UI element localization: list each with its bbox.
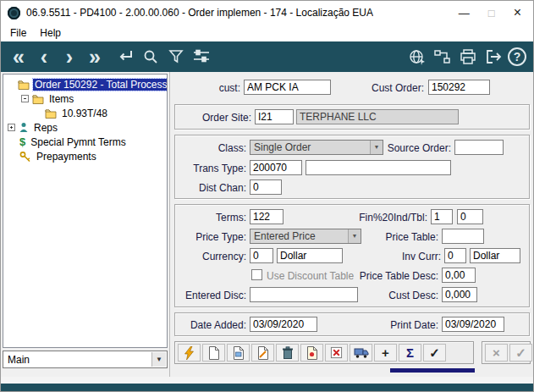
inv-curr-label: Inv Curr:: [356, 249, 441, 264]
folder-icon: [32, 94, 44, 104]
currency-name-field[interactable]: [277, 248, 343, 263]
terms-group: Terms: Fin%20Ind/Tbl: Price Type: Entere…: [174, 204, 530, 307]
cust-order-field[interactable]: [428, 80, 490, 95]
price-type-label: Price Type:: [175, 229, 246, 245]
exit-icon[interactable]: [482, 44, 504, 69]
tree-item-items[interactable]: Items: [3, 91, 167, 106]
source-order-field[interactable]: [454, 140, 504, 155]
filter-icon[interactable]: [165, 44, 187, 69]
panel-selector-dropdown[interactable]: Main ▼: [3, 351, 168, 368]
trash-icon: [282, 346, 294, 360]
collapse-icon[interactable]: [21, 95, 29, 102]
cust-desc-field[interactable]: [442, 287, 477, 302]
order-site-name-field: [296, 109, 459, 124]
inv-curr-code-field[interactable]: [444, 248, 466, 263]
price-table-desc-field[interactable]: [442, 268, 476, 283]
tree-item-order-line[interactable]: 10.93T/48: [3, 106, 167, 120]
entered-disc-field[interactable]: [250, 287, 358, 302]
tree-item-reps[interactable]: Reps: [3, 120, 167, 135]
use-discount-table-label: Use Discount Table: [267, 268, 368, 284]
trans-type-field[interactable]: [250, 160, 302, 175]
fin-tbl-field[interactable]: [457, 209, 483, 224]
connection-icon[interactable]: [432, 44, 454, 69]
price-table-desc-label: Price Table Desc:: [354, 268, 438, 284]
last-icon[interactable]: »: [84, 44, 106, 69]
price-type-select[interactable]: Entered Price ▼: [250, 229, 361, 244]
picture-document-icon: [232, 346, 245, 360]
price-table-label: Price Table:: [354, 229, 438, 245]
menu-bar: File Help: [1, 25, 533, 41]
edit-document-button[interactable]: [251, 344, 274, 362]
folder-icon: [45, 108, 57, 119]
window-controls: — □ ×: [459, 6, 526, 19]
date-added-field[interactable]: [250, 317, 317, 332]
trans-type-desc-field[interactable]: [306, 160, 451, 175]
terms-field[interactable]: [250, 209, 284, 224]
execute-button[interactable]: [178, 344, 201, 362]
print-icon[interactable]: [457, 44, 479, 69]
close-box-icon: [330, 346, 343, 359]
search-icon[interactable]: [140, 44, 162, 69]
price-table-field[interactable]: [442, 229, 484, 244]
enter-icon[interactable]: [114, 44, 136, 69]
ship-button[interactable]: [350, 344, 372, 362]
cust-field[interactable]: [244, 80, 331, 95]
delete-button[interactable]: [276, 344, 299, 362]
tree-item-label: Reps: [32, 122, 59, 134]
cust-desc-label: Cust Desc:: [354, 288, 438, 303]
new-document-button[interactable]: [202, 344, 225, 362]
confirm-button[interactable]: ✓: [423, 344, 446, 362]
alert-document-icon: [306, 346, 318, 360]
inv-curr-name-field[interactable]: [470, 248, 520, 263]
menu-file[interactable]: File: [3, 25, 33, 41]
order-form: cust: Cust Order: Order Site: Class: Sin…: [170, 72, 533, 377]
chevron-down-icon[interactable]: ▼: [151, 352, 166, 367]
tree-item-order[interactable]: Order 150292 - Total Process: [3, 77, 167, 91]
fin-ind-field[interactable]: [431, 209, 453, 224]
add-button[interactable]: +: [374, 344, 397, 362]
bottom-gap: [1, 377, 533, 384]
check-icon: ✓: [429, 345, 440, 361]
dates-group: Date Added: Print Date:: [174, 312, 530, 336]
print-date-label: Print Date:: [354, 317, 438, 333]
main-content: Order 150292 - Total Process Items 10.93…: [1, 72, 533, 377]
picture-document-button[interactable]: [227, 344, 250, 362]
cancel-button: ×: [485, 344, 508, 362]
next-icon[interactable]: ›: [58, 44, 80, 69]
edit-document-icon: [256, 346, 269, 360]
currency-code-field[interactable]: [250, 248, 273, 263]
menu-help[interactable]: Help: [33, 25, 68, 41]
help-question-glyph: ?: [514, 51, 521, 63]
previous-icon[interactable]: ‹: [33, 44, 55, 69]
help-icon[interactable]: ?: [508, 47, 526, 66]
options-icon[interactable]: [190, 44, 212, 69]
expand-icon[interactable]: [8, 124, 15, 131]
tree-item-prepayments[interactable]: Prepayments: [3, 149, 167, 163]
close-icon[interactable]: ×: [514, 6, 521, 19]
order-site-code-field[interactable]: [255, 109, 294, 124]
tree-item-label: Prepayments: [35, 151, 98, 163]
ok-button: ✓: [509, 344, 532, 362]
status-bar: [1, 384, 533, 392]
dist-chan-label: Dist Chan:: [175, 180, 246, 196]
sigma-icon: Σ: [406, 345, 414, 360]
cust-label: cust:: [170, 80, 240, 96]
new-document-icon: [207, 346, 220, 360]
class-select[interactable]: Single Order ▼: [250, 140, 383, 155]
alert-document-button[interactable]: [300, 344, 323, 362]
dist-chan-field[interactable]: [250, 179, 282, 195]
web-icon[interactable]: [406, 44, 428, 69]
minimize-icon[interactable]: —: [459, 8, 470, 19]
print-date-field[interactable]: [442, 317, 504, 332]
folder-icon: [18, 80, 30, 90]
key-icon: [19, 151, 31, 162]
close-box-button[interactable]: [325, 344, 348, 362]
tree-item-special-pymnt-terms[interactable]: $ Special Pymnt Terms: [3, 135, 167, 149]
maximize-icon[interactable]: □: [488, 8, 495, 19]
use-discount-table-checkbox[interactable]: [251, 269, 262, 280]
truck-icon: [354, 347, 369, 359]
sum-button[interactable]: Σ: [399, 344, 421, 362]
tree-item-label: Items: [47, 93, 75, 105]
main-toolbar: « ‹ › » ?: [1, 41, 533, 72]
first-icon[interactable]: «: [8, 44, 30, 69]
